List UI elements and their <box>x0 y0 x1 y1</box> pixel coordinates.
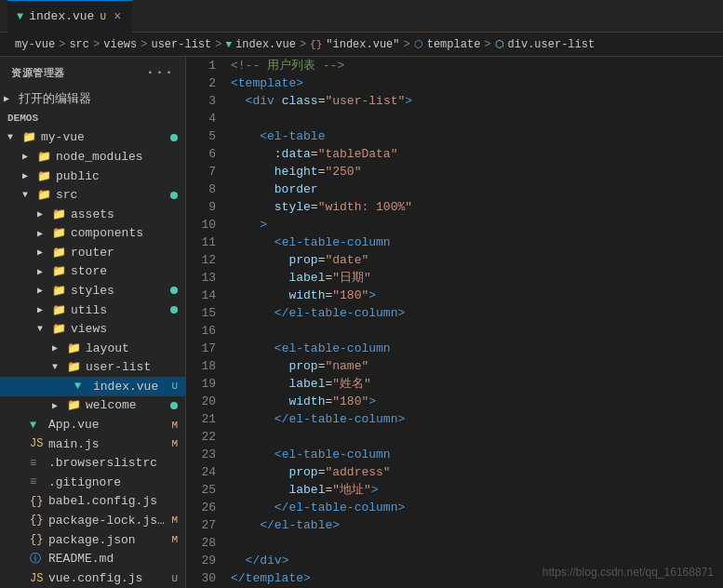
main-js-file-icon: JS <box>30 437 45 450</box>
tab-modified-badge: U <box>100 11 106 22</box>
styles-label: styles <box>71 284 170 298</box>
babel-file-icon: {} <box>30 495 45 508</box>
editor-tab[interactable]: ▼ index.vue U × <box>7 0 132 33</box>
layout-label: layout <box>86 341 181 355</box>
sidebar-item-utils[interactable]: ▶ 📁 utils <box>0 301 185 320</box>
babel-label: babel.config.js <box>48 494 181 508</box>
package-badge: M <box>171 534 178 545</box>
node-modules-label: node_modules <box>56 150 181 164</box>
sidebar-item-layout[interactable]: ▶ 📁 layout <box>0 339 185 358</box>
views-arrow-icon: ▼ <box>37 324 52 334</box>
sidebar-item-components[interactable]: ▶ 📁 components <box>0 223 185 243</box>
sidebar-item-welcome[interactable]: ▶ 📁 welcome <box>0 396 185 416</box>
browserslistrc-label: .browserslistrc <box>48 456 181 470</box>
store-arrow-icon: ▶ <box>37 266 52 277</box>
index-vue-badge: U <box>171 381 178 392</box>
breadcrumb-sep-4: > <box>215 38 221 51</box>
gitignore-label: .gitignore <box>48 475 181 489</box>
main-js-label: main.js <box>48 437 171 451</box>
code-line: height="250" <box>231 163 723 180</box>
layout-arrow-icon: ▶ <box>52 342 67 354</box>
code-line: prop="date" <box>231 251 723 269</box>
editor[interactable]: 1234567891011121314151617181920212223242… <box>186 57 723 588</box>
utils-folder-icon: 📁 <box>52 303 67 317</box>
user-list-arrow-icon: ▼ <box>52 362 67 372</box>
watermark: https://blog.csdn.net/qq_16168871 <box>542 566 714 579</box>
sidebar-item-package-lock[interactable]: {} package-lock.json M <box>0 511 185 530</box>
sidebar-item-main-js[interactable]: JS main.js M <box>0 434 185 454</box>
sidebar-item-index-vue[interactable]: ▼ index.vue U <box>0 377 185 396</box>
sidebar-item-router[interactable]: ▶ 📁 router <box>0 243 185 262</box>
package-label: package.json <box>48 533 171 547</box>
code-line <box>231 534 723 552</box>
breadcrumb-index-vue-str: "index.vue" <box>326 38 399 51</box>
sidebar-item-my-vue[interactable]: ▼ 📁 my-vue <box>0 128 185 148</box>
router-folder-icon: 📁 <box>52 246 67 260</box>
sidebar-item-styles[interactable]: ▶ 📁 styles <box>0 281 185 301</box>
code-line: </el-table-column> <box>231 304 723 322</box>
sidebar-item-views[interactable]: ▼ 📁 views <box>0 319 185 339</box>
top-bar: ▼ index.vue U × <box>0 0 723 33</box>
code-line: <!-- 用户列表 --> <box>231 57 723 74</box>
sidebar-item-public[interactable]: ▶ 📁 public <box>0 167 185 186</box>
line-numbers: 1234567891011121314151617181920212223242… <box>186 57 223 588</box>
utils-dot <box>170 306 178 314</box>
sidebar-item-vue-config[interactable]: JS vue.config.js U <box>0 568 185 588</box>
user-list-folder-icon: 📁 <box>67 360 82 374</box>
layout-folder-icon: 📁 <box>67 341 82 355</box>
sidebar-item-user-list[interactable]: ▼ 📁 user-list <box>0 358 185 378</box>
breadcrumb-sep-2: > <box>93 38 100 51</box>
code-line: <el-table-column <box>231 446 723 463</box>
code-line: width="180"> <box>231 393 723 410</box>
sidebar-item-gitignore[interactable]: ≡ .gitignore <box>0 473 185 492</box>
code-line <box>231 428 723 446</box>
code-line <box>231 322 723 340</box>
code-line: > <box>231 216 723 234</box>
breadcrumb-sep-7: > <box>484 38 490 51</box>
sidebar-section-demos: DEMOS <box>0 109 185 128</box>
welcome-folder-icon: 📁 <box>67 398 82 412</box>
components-label: components <box>71 226 181 240</box>
sidebar-item-readme[interactable]: ⓘ README.md <box>0 549 185 568</box>
sidebar-item-browserslistrc[interactable]: ≡ .browserslistrc <box>0 453 185 473</box>
views-label: views <box>71 322 181 336</box>
sidebar-item-app-vue[interactable]: ▼ App.vue M <box>0 415 185 434</box>
sidebar-item-store[interactable]: ▶ 📁 store <box>0 262 185 282</box>
index-vue-label: index.vue <box>93 380 171 394</box>
gitignore-file-icon: ≡ <box>30 475 45 488</box>
breadcrumb-vue-icon: ▼ <box>225 39 232 50</box>
breadcrumb-div: div.user-list <box>508 38 596 51</box>
sidebar-item-package[interactable]: {} package.json M <box>0 530 185 550</box>
sidebar-item-node-modules[interactable]: ▶ 📁 node_modules <box>0 147 185 167</box>
breadcrumb-sep-5: > <box>300 38 306 51</box>
package-lock-file-icon: {} <box>30 514 45 527</box>
tab-filename: index.vue <box>29 9 94 23</box>
utils-label: utils <box>71 303 170 317</box>
app-vue-file-icon: ▼ <box>30 419 45 432</box>
app-vue-label: App.vue <box>48 418 171 432</box>
breadcrumb-sep-3: > <box>141 38 147 51</box>
open-editors-label: 打开的编辑器 <box>19 90 181 107</box>
sidebar-item-assets[interactable]: ▶ 📁 assets <box>0 205 185 224</box>
tab-close-button[interactable]: × <box>112 9 123 24</box>
sidebar-title: 资源管理器 <box>11 66 65 80</box>
sidebar-item-src[interactable]: ▼ 📁 src <box>0 185 185 205</box>
src-folder-icon: 📁 <box>37 188 52 202</box>
sidebar-item-open-editors[interactable]: ▶ 打开的编辑器 <box>0 88 185 109</box>
code-line: </el-table-column> <box>231 410 723 428</box>
package-lock-label: package-lock.json <box>48 514 171 528</box>
breadcrumb-sep-1: > <box>59 38 65 51</box>
src-label: src <box>56 188 170 202</box>
code-line: width="180"> <box>231 287 723 304</box>
sidebar-item-babel[interactable]: {} babel.config.js <box>0 492 185 512</box>
breadcrumb-my-vue: my-vue <box>15 38 55 51</box>
demos-label: DEMOS <box>4 113 181 124</box>
code-line: </el-table-column> <box>231 499 723 516</box>
breadcrumb-template-icon: ⬡ <box>414 38 423 50</box>
package-lock-badge: M <box>171 514 178 526</box>
code-line: prop="name" <box>231 357 723 375</box>
index-vue-file-icon: ▼ <box>74 380 89 393</box>
sidebar-menu-button[interactable]: ··· <box>146 64 174 81</box>
code-line: label="日期" <box>231 269 723 287</box>
src-arrow-icon: ▼ <box>22 190 37 200</box>
